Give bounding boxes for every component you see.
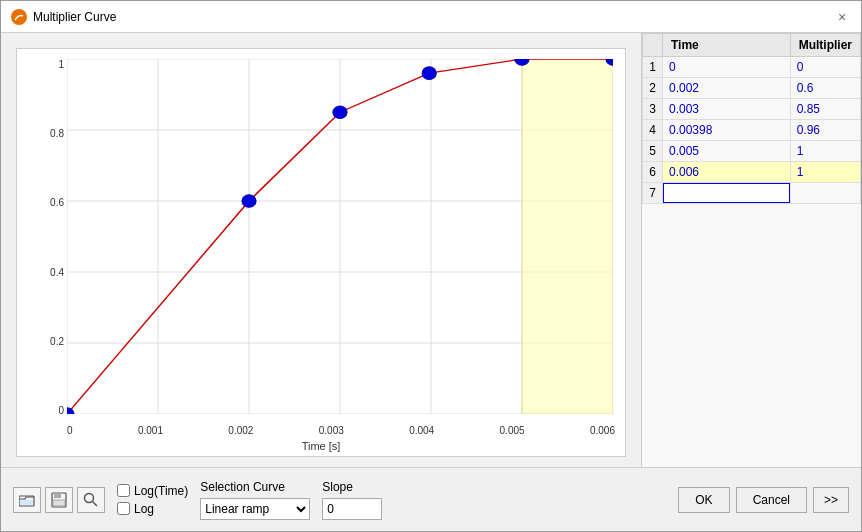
slope-label: Slope (322, 480, 382, 494)
row-index: 7 (643, 183, 663, 204)
row-time-input[interactable] (663, 183, 791, 204)
search-button[interactable] (77, 487, 105, 513)
y-label-0: 0 (22, 405, 64, 416)
table-row: 7 (643, 183, 861, 204)
search-icon (83, 492, 99, 508)
log-time-row: Log(Time) (117, 484, 188, 498)
selection-curve-label: Selection Curve (200, 480, 310, 494)
x-axis-labels: 0 0.001 0.002 0.003 0.004 0.005 0.006 (67, 425, 615, 436)
chart-container: 0 0.2 0.4 0.6 0.8 1 (16, 48, 626, 457)
data-point-2[interactable] (242, 195, 256, 208)
slope-input[interactable] (322, 498, 382, 520)
svg-rect-18 (53, 500, 65, 506)
table-row: 6 0.006 1 (643, 162, 861, 183)
log-time-checkbox[interactable] (117, 484, 130, 497)
log-checkbox[interactable] (117, 502, 130, 515)
data-table: Time Multiplier 1 0 0 (642, 33, 861, 204)
save-icon (51, 492, 67, 508)
title-bar-left: Multiplier Curve (11, 9, 116, 25)
row-time[interactable]: 0.003 (663, 99, 791, 120)
main-content: 0 0.2 0.4 0.6 0.8 1 (1, 33, 861, 467)
log-row: Log (117, 502, 188, 516)
row-time[interactable]: 0.006 (663, 162, 791, 183)
index-header (643, 34, 663, 57)
table-container: Time Multiplier 1 0 0 (642, 33, 861, 467)
window-title: Multiplier Curve (33, 10, 116, 24)
slope-group: Slope (322, 480, 382, 520)
row-multiplier[interactable] (790, 183, 860, 204)
x-label-5: 0.005 (500, 425, 525, 436)
data-point-4[interactable] (422, 67, 436, 80)
bottom-bar: Log(Time) Log Selection Curve Linear ram… (1, 467, 861, 531)
x-label-0: 0 (67, 425, 73, 436)
row-time[interactable]: 0.00398 (663, 120, 791, 141)
y-label-02: 0.2 (22, 336, 64, 347)
row-index: 4 (643, 120, 663, 141)
chart-area: 0 0.2 0.4 0.6 0.8 1 (1, 33, 641, 467)
arrow-button[interactable]: >> (813, 487, 849, 513)
x-label-1: 0.001 (138, 425, 163, 436)
y-label-1: 1 (22, 59, 64, 70)
log-time-label: Log(Time) (134, 484, 188, 498)
row-time[interactable]: 0.002 (663, 78, 791, 99)
row-multiplier[interactable]: 0 (790, 57, 860, 78)
toolbar-icons (13, 487, 105, 513)
chart-svg (67, 59, 613, 414)
row-multiplier[interactable]: 0.6 (790, 78, 860, 99)
row-multiplier[interactable]: 0.85 (790, 99, 860, 120)
row-time[interactable]: 0 (663, 57, 791, 78)
x-label-2: 0.002 (228, 425, 253, 436)
row-multiplier[interactable]: 1 (790, 162, 860, 183)
data-point-3[interactable] (333, 106, 347, 119)
row-index: 2 (643, 78, 663, 99)
time-header: Time (663, 34, 791, 57)
svg-line-20 (93, 501, 98, 506)
x-label-3: 0.003 (319, 425, 344, 436)
open-button[interactable] (13, 487, 41, 513)
row-index: 5 (643, 141, 663, 162)
close-button[interactable]: × (833, 8, 851, 26)
time-input[interactable] (663, 183, 790, 203)
row-multiplier[interactable]: 1 (790, 141, 860, 162)
multiplier-curve-window: Multiplier Curve × 0 0.2 0.4 0.6 0.8 1 (0, 0, 862, 532)
y-axis-labels: 0 0.2 0.4 0.6 0.8 1 (22, 59, 64, 416)
multiplier-header: Multiplier (790, 34, 860, 57)
y-label-04: 0.4 (22, 267, 64, 278)
row-index: 3 (643, 99, 663, 120)
svg-point-0 (13, 11, 25, 23)
action-buttons: OK Cancel >> (678, 487, 849, 513)
svg-point-19 (85, 493, 94, 502)
selection-curve-group: Selection Curve Linear ramp Logarithmic … (200, 480, 310, 520)
data-point-1[interactable] (67, 408, 74, 414)
table-row: 1 0 0 (643, 57, 861, 78)
checkboxes: Log(Time) Log (117, 484, 188, 516)
row-index: 1 (643, 57, 663, 78)
title-bar: Multiplier Curve × (1, 1, 861, 33)
x-axis-title: Time [s] (17, 440, 625, 452)
log-label: Log (134, 502, 154, 516)
row-index: 6 (643, 162, 663, 183)
svg-rect-17 (54, 493, 61, 498)
table-row: 3 0.003 0.85 (643, 99, 861, 120)
save-button[interactable] (45, 487, 73, 513)
right-panel: Time Multiplier 1 0 0 (641, 33, 861, 467)
svg-rect-15 (20, 500, 33, 505)
cancel-button[interactable]: Cancel (736, 487, 807, 513)
table-row: 4 0.00398 0.96 (643, 120, 861, 141)
selection-curve-select[interactable]: Linear ramp Logarithmic Exponential (200, 498, 310, 520)
open-icon (19, 493, 35, 507)
x-label-6: 0.006 (590, 425, 615, 436)
y-label-08: 0.8 (22, 128, 64, 139)
app-icon (11, 9, 27, 25)
y-label-06: 0.6 (22, 197, 64, 208)
row-time[interactable]: 0.005 (663, 141, 791, 162)
ok-button[interactable]: OK (678, 487, 729, 513)
table-row: 5 0.005 1 (643, 141, 861, 162)
x-label-4: 0.004 (409, 425, 434, 436)
table-row: 2 0.002 0.6 (643, 78, 861, 99)
row-multiplier[interactable]: 0.96 (790, 120, 860, 141)
highlight-region (522, 59, 613, 414)
